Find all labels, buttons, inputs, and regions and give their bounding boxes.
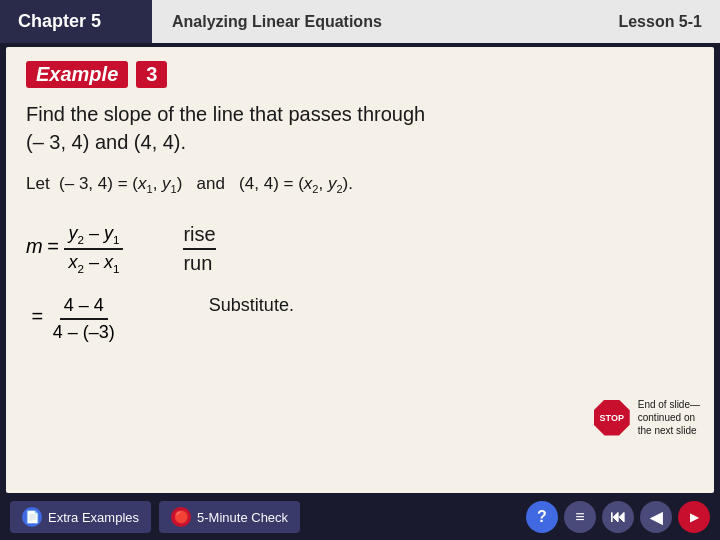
- extra-examples-icon: 📄: [22, 507, 42, 527]
- end-line1: End of slide—: [638, 399, 700, 410]
- main-content: Example 3 Find the slope of the line tha…: [6, 47, 714, 493]
- problem-statement: Find the slope of the line that passes t…: [26, 100, 694, 156]
- slope-numerator: y2 – y1: [64, 223, 123, 250]
- extra-examples-button[interactable]: 📄 Extra Examples: [10, 501, 151, 533]
- end-line2: continued on: [638, 412, 695, 423]
- end-line3: the next slide: [638, 425, 697, 436]
- sub-denominator: 4 – (–3): [49, 320, 119, 343]
- title-text: Analyzing Linear Equations: [172, 13, 382, 31]
- help-button[interactable]: ?: [526, 501, 558, 533]
- example-number: 3: [136, 61, 167, 88]
- substitute-label: Substitute.: [209, 295, 294, 316]
- back-to-start-button[interactable]: ⏮: [602, 501, 634, 533]
- rise-label: rise: [183, 223, 215, 246]
- sub-fraction: 4 – 4 4 – (–3): [49, 295, 119, 343]
- slope-denominator: x2 – x1: [64, 250, 123, 275]
- extra-examples-label: Extra Examples: [48, 510, 139, 525]
- slope-formula: m = y2 – y1 x2 – x1: [26, 223, 123, 274]
- five-minute-icon: 🔴: [171, 507, 191, 527]
- chapter-label: Chapter 5: [0, 0, 152, 43]
- lesson-label: Lesson 5-1: [600, 0, 720, 43]
- rise-run-block: rise run: [183, 223, 215, 275]
- frac-line: [183, 248, 215, 250]
- bottom-right-buttons: ? ≡ ⏮ ◀ ▶: [526, 501, 710, 533]
- example-badge: Example 3: [26, 61, 167, 88]
- substitution-section: = 4 – 4 4 – (–3) Substitute.: [26, 295, 694, 343]
- problem-line1: Find the slope of the line that passes t…: [26, 103, 425, 125]
- menu-button[interactable]: ≡: [564, 501, 596, 533]
- problem-line2: (– 3, 4) and (4, 4).: [26, 131, 186, 153]
- next-button[interactable]: ▶: [678, 501, 710, 533]
- slope-fraction: y2 – y1 x2 – x1: [64, 223, 123, 274]
- five-minute-check-button[interactable]: 🔴 5-Minute Check: [159, 501, 300, 533]
- run-label: run: [183, 252, 215, 275]
- lesson-text: Lesson 5-1: [618, 13, 702, 31]
- bottom-left-buttons: 📄 Extra Examples 🔴 5-Minute Check: [10, 501, 300, 533]
- example-label: Example: [26, 61, 128, 88]
- lesson-title: Analyzing Linear Equations: [152, 0, 600, 43]
- formula-section: m = y2 – y1 x2 – x1 rise run: [26, 223, 694, 275]
- stop-sign-icon: STOP: [594, 400, 630, 436]
- substitution-formula: = 4 – 4 4 – (–3): [26, 295, 119, 343]
- five-minute-label: 5-Minute Check: [197, 510, 288, 525]
- let-statement: Let (– 3, 4) = (x1, y1) and (4, 4) = (x2…: [26, 174, 694, 195]
- bottom-bar: 📄 Extra Examples 🔴 5-Minute Check ? ≡ ⏮ …: [0, 494, 720, 540]
- previous-button[interactable]: ◀: [640, 501, 672, 533]
- header: Chapter 5 Analyzing Linear Equations Les…: [0, 0, 720, 43]
- end-slide-notice: STOP End of slide— continued on the next…: [594, 398, 700, 437]
- chapter-text: Chapter 5: [18, 11, 101, 32]
- sub-numerator: 4 – 4: [60, 295, 108, 320]
- end-slide-text: End of slide— continued on the next slid…: [638, 398, 700, 437]
